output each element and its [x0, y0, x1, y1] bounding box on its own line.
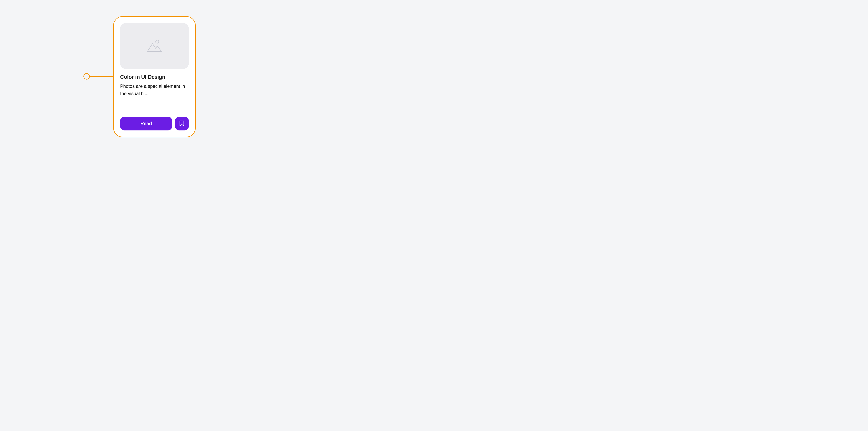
article-card: Color in UI Design Photos are a special …	[113, 16, 196, 137]
bookmark-icon	[180, 121, 184, 126]
card-actions: Read	[120, 117, 189, 130]
read-button[interactable]: Read	[120, 117, 172, 130]
annotation-line	[90, 76, 114, 77]
svg-point-0	[156, 40, 159, 43]
image-placeholder-icon	[146, 39, 163, 53]
card-image-placeholder	[120, 23, 189, 69]
annotation-connector	[84, 73, 114, 80]
card-description: Photos are a special element in the visu…	[120, 83, 189, 97]
bookmark-button[interactable]	[175, 117, 189, 130]
annotation-node-icon	[84, 73, 90, 80]
card-title: Color in UI Design	[120, 74, 189, 80]
